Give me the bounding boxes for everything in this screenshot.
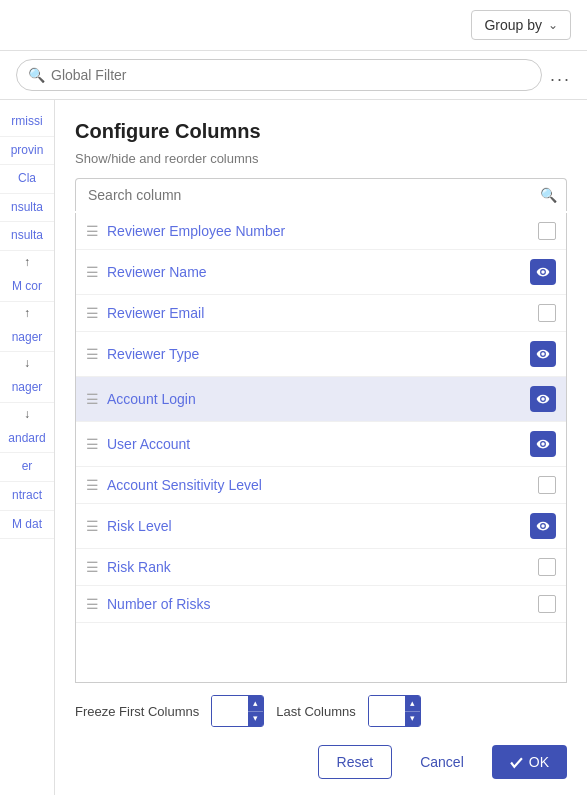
ok-label: OK bbox=[529, 754, 549, 770]
sidebar-item-11[interactable]: M dat bbox=[0, 511, 54, 540]
freeze-last-stepper: 0 ▴ ▾ bbox=[368, 695, 421, 727]
col-name-1: Reviewer Name bbox=[107, 264, 522, 280]
sidebar-arrow-up-2[interactable]: ↑ bbox=[0, 302, 54, 324]
col-item-8[interactable]: ☰Risk Rank bbox=[76, 549, 566, 586]
col-eye-1[interactable] bbox=[530, 259, 556, 285]
col-item-3[interactable]: ☰Reviewer Type bbox=[76, 332, 566, 377]
sidebar-item-7[interactable]: nager bbox=[0, 374, 54, 403]
freeze-first-decrement[interactable]: ▾ bbox=[248, 712, 263, 727]
col-name-4: Account Login bbox=[107, 391, 522, 407]
col-checkbox-2[interactable] bbox=[538, 304, 556, 322]
sidebar: rmissi provin Cla nsulta nsulta ↑ M cor … bbox=[0, 100, 55, 795]
sidebar-arrow-down-1[interactable]: ↓ bbox=[0, 352, 54, 374]
global-filter-wrapper: 🔍 bbox=[16, 59, 542, 91]
freeze-first-increment[interactable]: ▴ bbox=[248, 696, 263, 712]
group-by-button[interactable]: Group by ⌄ bbox=[471, 10, 571, 40]
drag-handle-1: ☰ bbox=[86, 264, 99, 280]
freeze-first-stepper: 0 ▴ ▾ bbox=[211, 695, 264, 727]
freeze-first-label: Freeze First Columns bbox=[75, 704, 199, 719]
global-filter-input[interactable] bbox=[16, 59, 542, 91]
col-checkbox-9[interactable] bbox=[538, 595, 556, 613]
main-layout: rmissi provin Cla nsulta nsulta ↑ M cor … bbox=[0, 100, 587, 795]
col-item-2[interactable]: ☰Reviewer Email bbox=[76, 295, 566, 332]
sidebar-item-2[interactable]: Cla bbox=[0, 165, 54, 194]
freeze-last-label: Last Columns bbox=[276, 704, 355, 719]
drag-handle-0: ☰ bbox=[86, 223, 99, 239]
col-checkbox-8[interactable] bbox=[538, 558, 556, 576]
drag-handle-4: ☰ bbox=[86, 391, 99, 407]
drag-handle-5: ☰ bbox=[86, 436, 99, 452]
freeze-last-decrement[interactable]: ▾ bbox=[405, 712, 420, 727]
freeze-last-stepper-buttons: ▴ ▾ bbox=[405, 696, 420, 726]
cancel-button[interactable]: Cancel bbox=[402, 745, 482, 779]
more-options-button[interactable]: ... bbox=[550, 65, 571, 86]
sidebar-item-6[interactable]: nager bbox=[0, 324, 54, 353]
chevron-down-icon: ⌄ bbox=[548, 18, 558, 32]
configure-panel: Configure Columns Show/hide and reorder … bbox=[55, 100, 587, 795]
sidebar-item-1[interactable]: provin bbox=[0, 137, 54, 166]
sidebar-item-9[interactable]: er bbox=[0, 453, 54, 482]
col-name-5: User Account bbox=[107, 436, 522, 452]
sidebar-item-10[interactable]: ntract bbox=[0, 482, 54, 511]
search-icon: 🔍 bbox=[28, 67, 45, 83]
col-item-4[interactable]: ☰Account Login bbox=[76, 377, 566, 422]
col-item-9[interactable]: ☰Number of Risks bbox=[76, 586, 566, 623]
sidebar-arrow-up-1[interactable]: ↑ bbox=[0, 251, 54, 273]
col-name-3: Reviewer Type bbox=[107, 346, 522, 362]
drag-handle-9: ☰ bbox=[86, 596, 99, 612]
col-name-6: Account Sensitivity Level bbox=[107, 477, 530, 493]
col-item-1[interactable]: ☰Reviewer Name bbox=[76, 250, 566, 295]
col-eye-4[interactable] bbox=[530, 386, 556, 412]
search-column-wrapper: 🔍 bbox=[75, 178, 567, 211]
freeze-first-input[interactable]: 0 bbox=[212, 696, 248, 726]
col-item-5[interactable]: ☰User Account bbox=[76, 422, 566, 467]
panel-subtitle: Show/hide and reorder columns bbox=[75, 151, 567, 166]
sidebar-item-4[interactable]: nsulta bbox=[0, 222, 54, 251]
ok-button[interactable]: OK bbox=[492, 745, 567, 779]
filter-bar: 🔍 ... bbox=[0, 51, 587, 100]
col-eye-5[interactable] bbox=[530, 431, 556, 457]
drag-handle-8: ☰ bbox=[86, 559, 99, 575]
col-name-2: Reviewer Email bbox=[107, 305, 530, 321]
col-name-0: Reviewer Employee Number bbox=[107, 223, 530, 239]
search-column-icon: 🔍 bbox=[540, 187, 557, 203]
group-by-label: Group by bbox=[484, 17, 542, 33]
drag-handle-7: ☰ bbox=[86, 518, 99, 534]
search-column-input[interactable] bbox=[75, 178, 567, 211]
col-eye-7[interactable] bbox=[530, 513, 556, 539]
drag-handle-6: ☰ bbox=[86, 477, 99, 493]
drag-handle-2: ☰ bbox=[86, 305, 99, 321]
col-eye-3[interactable] bbox=[530, 341, 556, 367]
top-bar: Group by ⌄ bbox=[0, 0, 587, 51]
reset-button[interactable]: Reset bbox=[318, 745, 393, 779]
col-item-7[interactable]: ☰Risk Level bbox=[76, 504, 566, 549]
action-row: Reset Cancel OK bbox=[75, 739, 567, 779]
freeze-last-input[interactable]: 0 bbox=[369, 696, 405, 726]
sidebar-item-8[interactable]: andard bbox=[0, 425, 54, 454]
col-item-6[interactable]: ☰Account Sensitivity Level bbox=[76, 467, 566, 504]
panel-title: Configure Columns bbox=[75, 120, 567, 143]
freeze-first-stepper-buttons: ▴ ▾ bbox=[248, 696, 263, 726]
sidebar-item-5[interactable]: M cor bbox=[0, 273, 54, 302]
col-name-8: Risk Rank bbox=[107, 559, 530, 575]
col-name-9: Number of Risks bbox=[107, 596, 530, 612]
drag-handle-3: ☰ bbox=[86, 346, 99, 362]
col-checkbox-0[interactable] bbox=[538, 222, 556, 240]
checkmark-icon bbox=[510, 756, 523, 769]
freeze-last-increment[interactable]: ▴ bbox=[405, 696, 420, 712]
sidebar-arrow-down-2[interactable]: ↓ bbox=[0, 403, 54, 425]
col-item-0[interactable]: ☰Reviewer Employee Number bbox=[76, 213, 566, 250]
freeze-row: Freeze First Columns 0 ▴ ▾ Last Columns … bbox=[75, 683, 567, 739]
columns-list: ☰Reviewer Employee Number☰Reviewer Name☰… bbox=[75, 213, 567, 683]
col-name-7: Risk Level bbox=[107, 518, 522, 534]
col-checkbox-6[interactable] bbox=[538, 476, 556, 494]
sidebar-item-3[interactable]: nsulta bbox=[0, 194, 54, 223]
sidebar-item-0[interactable]: rmissi bbox=[0, 108, 54, 137]
